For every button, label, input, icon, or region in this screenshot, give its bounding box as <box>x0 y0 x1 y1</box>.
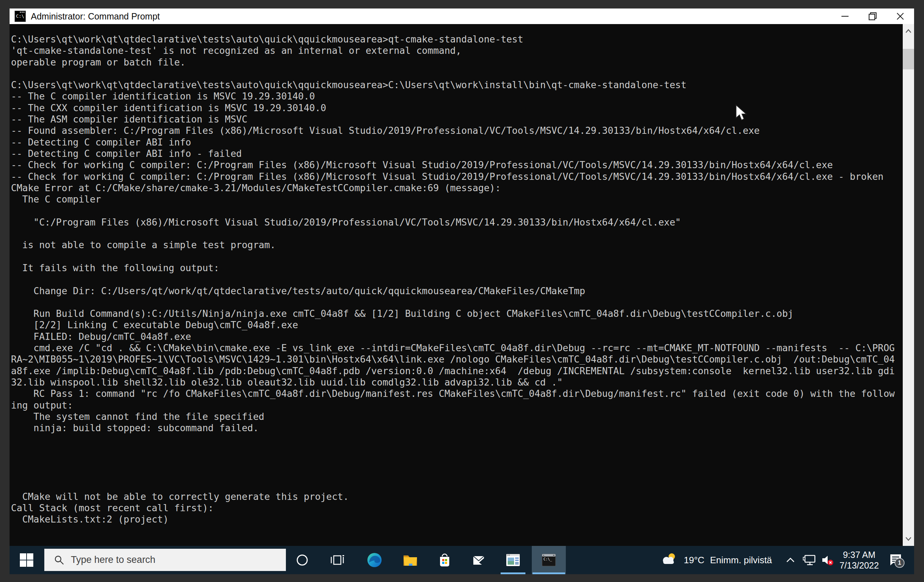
window-controls <box>831 8 914 24</box>
svg-text:C:\_: C:\_ <box>543 557 552 561</box>
file-explorer-icon <box>402 552 418 568</box>
restore-icon <box>868 12 877 21</box>
search-placeholder: Type here to search <box>71 554 155 566</box>
weather-temperature[interactable]: 19°C <box>684 546 705 574</box>
taskbar-store-button[interactable] <box>427 546 462 574</box>
desktop-root: { "window": { "title": "Administrator: C… <box>0 0 924 582</box>
running-indicator <box>501 572 525 574</box>
windows-start-icon <box>19 552 34 567</box>
command-prompt-window: C:\ Administrator: Command Prompt C:\Us <box>10 8 914 546</box>
taskbar-edge-button[interactable] <box>358 546 391 574</box>
mail-icon <box>470 552 487 568</box>
scroll-down-button[interactable] <box>903 532 914 546</box>
notification-badge: 1 <box>894 558 904 568</box>
console-area[interactable]: C:\Users\qt\work\qt\qtdeclarative\tests\… <box>10 24 914 546</box>
taskbar-report-app-button[interactable] <box>496 546 530 574</box>
active-indicator <box>533 572 565 574</box>
start-button[interactable] <box>10 546 44 574</box>
task-view-icon <box>330 552 345 568</box>
volume-muted-icon <box>820 552 835 567</box>
scroll-up-button[interactable] <box>903 24 914 38</box>
taskbar-file-explorer-button[interactable] <box>393 546 427 574</box>
clock[interactable]: 9:37 AM 7/13/2022 <box>840 546 878 574</box>
window-titlebar[interactable]: C:\ Administrator: Command Prompt <box>10 8 914 24</box>
taskbar: Type here to search <box>10 546 914 574</box>
app-window-icon <box>505 552 521 568</box>
network-status[interactable] <box>802 546 817 574</box>
window-title: Administrator: Command Prompt <box>31 12 160 21</box>
cortana-icon <box>296 554 309 566</box>
task-view-button[interactable] <box>320 546 354 574</box>
clock-time: 9:37 AM <box>843 549 876 560</box>
taskbar-mail-button[interactable] <box>462 546 496 574</box>
chevron-up-icon <box>785 557 795 563</box>
minimize-icon <box>840 12 850 21</box>
mouse-cursor <box>735 104 748 122</box>
chevron-down-icon <box>905 537 912 541</box>
taskbar-command-prompt-button[interactable]: C:\_ <box>532 546 566 574</box>
vertical-scrollbar[interactable] <box>903 24 914 546</box>
weather-condition[interactable]: Enimm. pilvistä <box>710 546 772 574</box>
tray-overflow-button[interactable] <box>785 546 795 574</box>
weather-widget[interactable] <box>660 546 677 574</box>
search-input[interactable]: Type here to search <box>44 549 286 571</box>
restore-button[interactable] <box>859 8 886 24</box>
action-center-button[interactable]: 1 <box>889 553 903 567</box>
store-icon <box>437 552 453 568</box>
close-icon <box>896 12 905 21</box>
network-icon <box>802 553 817 567</box>
chevron-up-icon <box>905 29 912 33</box>
volume-status[interactable] <box>820 546 835 574</box>
minimize-button[interactable] <box>831 8 859 24</box>
weather-icon <box>660 552 677 569</box>
clock-date: 7/13/2022 <box>839 560 879 570</box>
scrollbar-thumb[interactable] <box>903 49 914 69</box>
cmd-window-icon: C:\ <box>15 11 26 22</box>
command-prompt-icon: C:\_ <box>541 552 557 568</box>
edge-icon <box>366 552 383 568</box>
search-icon <box>54 555 64 566</box>
console-output: C:\Users\qt\work\qt\qtdeclarative\tests\… <box>10 24 897 525</box>
close-button[interactable] <box>886 8 914 24</box>
cortana-button[interactable] <box>286 546 318 574</box>
